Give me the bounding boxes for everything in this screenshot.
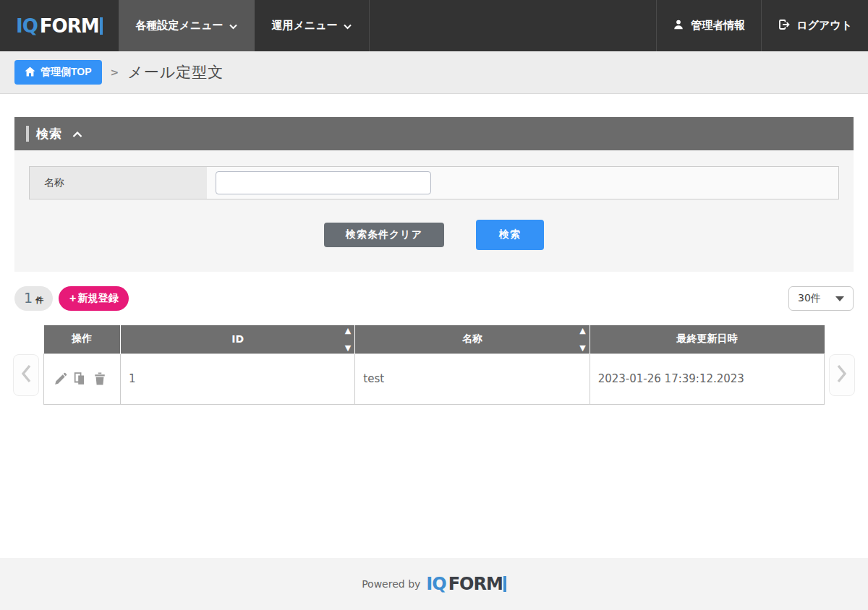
- page-size-value: 30件: [798, 292, 821, 305]
- footer-logo-form: FORM: [448, 574, 503, 594]
- name-field-label: 名称: [30, 167, 207, 199]
- search-panel-body: 名称 検索条件クリア 検索: [14, 150, 854, 272]
- new-record-label: 新規登録: [77, 292, 118, 305]
- page-title: メール定型文: [127, 62, 224, 82]
- table-row: 1 test 2023-01-26 17:39:12.2023: [44, 353, 825, 404]
- logout-button[interactable]: ログアウト: [761, 0, 868, 51]
- list-toolbar: 1 件 + 新規登録 30件: [14, 286, 854, 311]
- caret-down-icon: [835, 296, 844, 301]
- table-zone: 操作 ID ▲ ▼ 名称 ▲ ▼: [14, 325, 854, 405]
- column-header-operations: 操作: [44, 325, 121, 353]
- breadcrumb-home-button[interactable]: 管理側TOP: [14, 60, 102, 85]
- logout-icon: [778, 19, 790, 33]
- breadcrumb: 管理側TOP > メール定型文: [0, 51, 868, 94]
- chevron-up-icon: [69, 127, 82, 141]
- nav-menu-operation-label: 運用メニュー: [272, 19, 338, 33]
- logo-accent-bar: [100, 17, 103, 35]
- column-header-name[interactable]: 名称 ▲ ▼: [355, 325, 590, 353]
- next-page-button[interactable]: [829, 354, 855, 396]
- result-count-unit: 件: [35, 295, 43, 306]
- nav-spacer: [370, 0, 657, 51]
- search-buttons-row: 検索条件クリア 検索: [29, 220, 839, 250]
- logo-form-text: FORM: [40, 15, 99, 37]
- name-field-cell: [207, 167, 838, 199]
- prev-page-button[interactable]: [13, 354, 39, 396]
- sort-arrows-name[interactable]: ▲ ▼: [579, 327, 585, 352]
- copy-icon[interactable]: [74, 372, 87, 385]
- footer-logo-iq: IQ: [426, 574, 446, 594]
- column-header-name-label: 名称: [462, 332, 482, 344]
- chevron-down-icon: [229, 20, 237, 33]
- sort-arrows-id[interactable]: ▲ ▼: [345, 327, 351, 352]
- powered-by-text: Powered by: [362, 578, 420, 590]
- records-table: 操作 ID ▲ ▼ 名称 ▲ ▼: [43, 325, 825, 405]
- name-search-input[interactable]: [216, 171, 431, 194]
- chevron-left-icon: [21, 364, 31, 386]
- result-count-badge: 1 件: [14, 286, 53, 311]
- nav-menu-settings-label: 各種設定メニュー: [136, 19, 224, 33]
- search-panel-header[interactable]: 検索: [14, 117, 854, 150]
- column-header-updated: 最終更新日時: [590, 325, 824, 353]
- row-operations-cell: [44, 353, 121, 404]
- search-panel: 検索 名称 検索条件クリア 検索: [14, 117, 854, 272]
- row-updated-cell: 2023-01-26 17:39:12.2023: [590, 353, 824, 404]
- column-header-id[interactable]: ID ▲ ▼: [121, 325, 355, 353]
- breadcrumb-separator: >: [111, 66, 119, 78]
- logo-iq-text: IQ: [16, 15, 38, 37]
- page-size-select[interactable]: 30件: [788, 286, 854, 311]
- sort-asc-icon: ▲: [345, 327, 351, 335]
- row-id-cell: 1: [121, 353, 355, 404]
- admin-info-button[interactable]: 管理者情報: [656, 0, 761, 51]
- user-icon: [673, 19, 684, 33]
- sort-desc-icon: ▼: [579, 344, 585, 352]
- new-record-button[interactable]: + 新規登録: [59, 286, 129, 311]
- search-button[interactable]: 検索: [476, 220, 544, 250]
- top-navbar: IQFORM 各種設定メニュー 運用メニュー 管理者情報 ログアウト: [0, 0, 868, 51]
- sort-asc-icon: ▲: [579, 327, 585, 335]
- footer-logo-accent-bar: [503, 576, 506, 592]
- sort-desc-icon: ▼: [345, 344, 351, 352]
- panel-accent-bar: [26, 126, 29, 142]
- home-icon: [25, 66, 35, 79]
- page-footer: Powered by IQFORM: [0, 558, 868, 610]
- app-logo[interactable]: IQFORM: [0, 0, 119, 51]
- nav-menu-operation[interactable]: 運用メニュー: [255, 0, 370, 51]
- column-header-id-label: ID: [231, 333, 244, 345]
- search-form-row: 名称: [29, 166, 839, 199]
- row-name-cell: test: [355, 353, 590, 404]
- main-content: 検索 名称 検索条件クリア 検索 1 件 + 新規登録: [0, 94, 868, 405]
- result-count-value: 1: [24, 290, 33, 306]
- chevron-down-icon: [344, 20, 352, 33]
- logout-label: ログアウト: [796, 19, 852, 33]
- nav-menu-settings[interactable]: 各種設定メニュー: [119, 0, 255, 51]
- search-panel-title: 検索: [36, 126, 62, 142]
- breadcrumb-home-label: 管理側TOP: [41, 66, 92, 79]
- footer-logo: IQFORM: [426, 574, 506, 594]
- plus-icon: +: [69, 292, 76, 305]
- delete-icon[interactable]: [93, 372, 106, 385]
- admin-info-label: 管理者情報: [691, 19, 745, 33]
- table-header-row: 操作 ID ▲ ▼ 名称 ▲ ▼: [44, 325, 825, 353]
- edit-icon[interactable]: [54, 372, 67, 385]
- clear-search-button[interactable]: 検索条件クリア: [324, 223, 444, 247]
- chevron-right-icon: [837, 364, 847, 386]
